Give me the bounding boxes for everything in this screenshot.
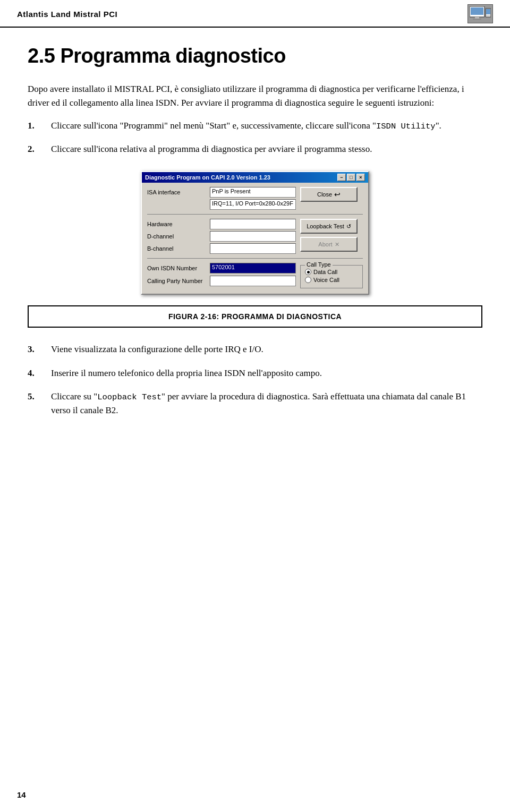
page-header: Atlantis Land Mistral PCI <box>0 0 510 28</box>
list-num-5: 5. <box>28 390 42 418</box>
instructions-list: 1. Cliccare sull'icona "Programmi" nel m… <box>28 119 482 157</box>
page-footer: 14 <box>17 790 26 799</box>
loopback-label: Loopback Test <box>307 223 344 229</box>
dialog-top-section: ISA interface PnP is Present IRQ=11, I/O… <box>147 187 363 210</box>
maximize-button[interactable]: □ <box>347 174 355 181</box>
loopback-test-mono: Loopback Test <box>97 392 162 402</box>
dialog-titlebar: Diagnostic Program on CAPI 2.0 Version 1… <box>142 172 368 183</box>
irq-text: IRQ=11, I/O Port=0x280-0x29F <box>212 200 293 207</box>
svg-rect-1 <box>471 7 483 15</box>
dialog-title: Diagnostic Program on CAPI 2.0 Version 1… <box>145 174 270 181</box>
irq-row: IRQ=11, I/O Port=0x280-0x29F <box>147 199 296 210</box>
bchannel-label: B-channel <box>147 245 206 252</box>
dialog-mid-left: Hardware D-channel B-channel <box>147 219 296 254</box>
list-content-3: Viene visualizzata la configurazione del… <box>51 343 482 356</box>
list-num-3: 3. <box>28 343 42 356</box>
list-num-1: 1. <box>28 119 42 133</box>
irq-field: IRQ=11, I/O Port=0x280-0x29F <box>210 199 296 210</box>
dialog-body: ISA interface PnP is Present IRQ=11, I/O… <box>142 183 368 294</box>
chapter-heading: 2.5 Programma diagnostico <box>28 45 482 67</box>
isa-row: ISA interface PnP is Present <box>147 187 296 198</box>
pnp-text: PnP is Present <box>212 188 251 194</box>
figure-caption: Figura 2-16: Programma di Diagnostica <box>168 312 342 321</box>
diagnostic-dialog: Diagnostic Program on CAPI 2.0 Version 1… <box>141 171 369 295</box>
voice-call-option[interactable]: Voice Call <box>305 277 358 283</box>
hardware-row: Hardware <box>147 219 296 229</box>
dchannel-label: D-channel <box>147 233 206 240</box>
calling-party-row: Calling Party Number <box>147 276 296 286</box>
dchannel-field <box>210 231 296 242</box>
dialog-right-buttons: Close ↩ <box>300 187 363 210</box>
list-content-4: Inserire il numero telefonico della prop… <box>51 366 482 380</box>
svg-rect-2 <box>475 17 479 19</box>
own-isdn-field[interactable]: 5702001 <box>210 263 296 273</box>
list-num-2: 2. <box>28 142 42 156</box>
bchannel-row: B-channel <box>147 243 296 254</box>
main-content: 2.5 Programma diagnostico Dopo avere ins… <box>0 28 510 449</box>
page-number: 14 <box>17 790 26 799</box>
list-item-4: 4. Inserire il numero telefonico della p… <box>28 366 482 380</box>
minimize-button[interactable]: − <box>337 174 346 181</box>
dialog-screenshot: Diagnostic Program on CAPI 2.0 Version 1… <box>28 171 482 295</box>
own-isdn-label: Own ISDN Number <box>147 265 206 271</box>
list-content-2: Cliccare sull'icona relativa al programm… <box>51 142 482 156</box>
voice-call-radio[interactable] <box>305 277 311 283</box>
bchannel-field <box>210 243 296 254</box>
dchannel-row: D-channel <box>147 231 296 242</box>
abort-icon: ✕ <box>335 241 339 248</box>
hardware-label: Hardware <box>147 221 206 227</box>
loopback-test-button[interactable]: Loopback Test ↺ <box>300 219 358 234</box>
list-content-1: Cliccare sull'icona "Programmi" nel menù… <box>51 119 482 133</box>
call-type-box: Call Type Data Call Voice Call <box>300 265 363 288</box>
calling-party-field[interactable] <box>210 276 296 286</box>
dialog-bottom-section: Own ISDN Number 5702001 Calling Party Nu… <box>147 263 363 288</box>
figure-caption-box: Figura 2-16: Programma di Diagnostica <box>28 305 482 328</box>
own-isdn-row: Own ISDN Number 5702001 <box>147 263 296 273</box>
isa-label: ISA interface <box>147 189 206 195</box>
svg-rect-6 <box>486 15 490 16</box>
data-call-option[interactable]: Data Call <box>305 269 358 275</box>
dialog-mid-section: Hardware D-channel B-channel <box>147 219 363 254</box>
dialog-left-panel: ISA interface PnP is Present IRQ=11, I/O… <box>147 187 296 210</box>
list-content-5: Cliccare su "Loopback Test" per avviare … <box>51 390 482 418</box>
voice-call-label: Voice Call <box>313 277 339 283</box>
header-title: Atlantis Land Mistral PCI <box>17 10 117 19</box>
pc-icon <box>470 6 491 21</box>
window-controls: − □ × <box>337 174 365 181</box>
svg-rect-5 <box>486 9 490 14</box>
pnp-field: PnP is Present <box>210 187 296 198</box>
intro-paragraph: Dopo avere installato il MISTRAL PCI, è … <box>28 82 482 110</box>
list-item-3: 3. Viene visualizzata la configurazione … <box>28 343 482 356</box>
close-button[interactable]: × <box>356 174 365 181</box>
isdn-utility-label: ISDN Utility <box>376 122 436 131</box>
list-item-1: 1. Cliccare sull'icona "Programmi" nel m… <box>28 119 482 133</box>
separator-2 <box>147 258 363 259</box>
list-num-4: 4. <box>28 366 42 380</box>
svg-rect-3 <box>473 19 481 20</box>
data-call-label: Data Call <box>313 269 337 275</box>
dialog-mid-right: Loopback Test ↺ Abort ✕ <box>300 219 363 254</box>
list-item-5: 5. Cliccare su "Loopback Test" per avvia… <box>28 390 482 418</box>
dialog-bottom-left: Own ISDN Number 5702001 Calling Party Nu… <box>147 263 296 288</box>
abort-button[interactable]: Abort ✕ <box>300 237 358 252</box>
call-type-label: Call Type <box>305 261 333 268</box>
close-icon: ↩ <box>334 190 341 199</box>
abort-label: Abort <box>318 241 332 247</box>
hardware-field <box>210 219 296 229</box>
separator-1 <box>147 214 363 215</box>
list-item-2: 2. Cliccare sull'icona relativa al progr… <box>28 142 482 156</box>
calling-party-label: Calling Party Number <box>147 278 206 284</box>
call-type-group: Call Type Data Call Voice Call <box>300 263 363 288</box>
loopback-icon: ↺ <box>346 223 351 230</box>
close-label: Close <box>317 191 332 198</box>
data-call-radio[interactable] <box>305 269 311 275</box>
own-isdn-value: 5702001 <box>212 264 235 270</box>
close-dialog-button[interactable]: Close ↩ <box>300 187 358 202</box>
header-icon <box>468 4 493 23</box>
instructions-list-2: 3. Viene visualizzata la configurazione … <box>28 343 482 417</box>
